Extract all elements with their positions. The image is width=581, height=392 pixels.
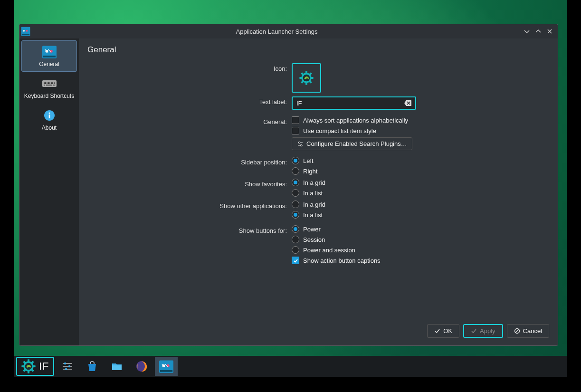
minimize-button[interactable] <box>523 27 531 36</box>
svg-rect-15 <box>52 82 53 83</box>
svg-rect-57 <box>112 365 122 370</box>
svg-rect-5 <box>43 56 55 57</box>
label-text-label: Text label: <box>87 96 292 105</box>
label-sidebar-position: Sidebar position: <box>87 157 292 166</box>
svg-rect-10 <box>45 82 46 83</box>
label-general: General: <box>87 116 292 125</box>
sliders-icon <box>61 360 74 373</box>
task-system-settings[interactable] <box>56 357 79 376</box>
svg-rect-17 <box>44 83 45 84</box>
svg-rect-23 <box>52 83 53 84</box>
window-title: Application Launcher Settings <box>31 28 523 35</box>
svg-rect-26 <box>46 85 52 86</box>
check-icon <box>471 328 477 334</box>
firefox-icon <box>135 360 148 373</box>
radio-buttons-session[interactable]: Session <box>292 236 549 243</box>
button-label: Configure Enabled Search Plugins… <box>306 140 407 147</box>
check-label: Show action button captions <box>303 257 381 264</box>
svg-point-2 <box>23 30 25 32</box>
check-always-sort[interactable]: Always sort applications alphabetically <box>292 116 549 124</box>
check-label: Always sort applications alphabetically <box>303 117 408 124</box>
radio-label: Power <box>303 226 321 233</box>
svg-point-3 <box>26 30 28 32</box>
cancel-icon <box>514 328 520 334</box>
radio-buttons-power[interactable]: Power <box>292 225 549 233</box>
svg-rect-9 <box>44 82 45 83</box>
svg-rect-60 <box>160 370 172 372</box>
svg-rect-13 <box>49 82 50 83</box>
apply-button[interactable]: Apply <box>463 324 503 338</box>
radio-other-list[interactable]: In a list <box>292 211 549 219</box>
task-discover[interactable] <box>81 357 104 376</box>
kicker-icon <box>42 45 57 59</box>
cancel-button[interactable]: Cancel <box>507 324 549 338</box>
sidebar-item-label: General <box>39 61 59 67</box>
radio-buttons-power-session[interactable]: Power and session <box>292 246 549 254</box>
radio-favs-grid[interactable]: In a grid <box>292 179 549 186</box>
sidebar-item-keyboard-shortcuts[interactable]: Keyboard Shortcuts <box>21 73 77 103</box>
svg-rect-11 <box>47 82 48 83</box>
svg-rect-21 <box>49 83 50 84</box>
info-icon <box>42 108 57 123</box>
check-show-captions[interactable]: Show action button captions <box>292 257 549 264</box>
sidebar-item-about[interactable]: About <box>21 105 77 135</box>
icon-picker-button[interactable] <box>292 63 321 93</box>
button-label: Cancel <box>523 327 542 335</box>
page-title: General <box>87 45 549 55</box>
svg-rect-27 <box>53 85 55 86</box>
svg-rect-24 <box>54 83 55 84</box>
radio-label: Left <box>303 157 314 164</box>
radio-label: In a grid <box>303 179 325 186</box>
maximize-button[interactable] <box>534 27 543 36</box>
svg-point-41 <box>298 142 300 143</box>
taskbar: IF <box>14 356 567 377</box>
label-show-buttons: Show buttons for: <box>87 225 292 234</box>
launcher-label: IF <box>39 360 49 373</box>
sidebar-item-label: Keyboard Shortcuts <box>24 93 74 99</box>
task-files[interactable] <box>105 357 128 376</box>
button-label: Apply <box>480 327 495 335</box>
text-label-input[interactable] <box>295 99 404 107</box>
svg-rect-20 <box>48 83 49 84</box>
radio-favs-list[interactable]: In a list <box>292 189 549 197</box>
window-icon <box>20 26 31 37</box>
task-launcher-settings[interactable] <box>155 357 178 376</box>
svg-rect-22 <box>51 83 52 84</box>
svg-rect-30 <box>48 115 50 118</box>
button-label: OK <box>443 327 452 335</box>
folder-icon <box>111 360 123 373</box>
label-show-other: Show other applications: <box>87 201 292 210</box>
radio-label: In a grid <box>303 201 325 208</box>
close-button[interactable] <box>545 27 554 36</box>
radio-label: Session <box>303 236 325 243</box>
svg-rect-18 <box>45 83 46 84</box>
svg-rect-16 <box>54 82 55 83</box>
clear-text-button[interactable] <box>404 99 412 107</box>
dialog-footer: OK Apply Cancel <box>87 319 549 339</box>
svg-rect-14 <box>51 82 52 83</box>
configure-search-plugins-button[interactable]: Configure Enabled Search Plugins… <box>292 137 412 150</box>
svg-point-55 <box>68 365 70 367</box>
opensuse-gear-icon <box>21 359 36 374</box>
settings-sidebar: General Keyboard Shortcuts <box>19 38 79 345</box>
svg-point-54 <box>64 363 66 364</box>
radio-other-grid[interactable]: In a grid <box>292 201 549 208</box>
radio-label: Right <box>303 168 317 175</box>
titlebar[interactable]: Application Launcher Settings <box>19 24 558 38</box>
shopping-bag-icon <box>86 360 98 373</box>
sliders-icon <box>297 141 304 147</box>
check-compact-style[interactable]: Use compact list item style <box>292 127 549 134</box>
svg-rect-19 <box>47 83 48 84</box>
task-launcher[interactable]: IF <box>16 357 54 376</box>
radio-sidebar-left[interactable]: Left <box>292 157 549 164</box>
radio-label: Power and session <box>303 247 355 254</box>
main-panel: General Icon: <box>79 38 558 345</box>
sidebar-item-general[interactable]: General <box>21 40 77 72</box>
check-label: Use compact list item style <box>303 127 376 134</box>
radio-sidebar-right[interactable]: Right <box>292 167 549 175</box>
kicker-icon <box>159 360 173 373</box>
settings-window: Application Launcher Settings <box>19 24 558 346</box>
opensuse-gear-icon <box>299 70 314 86</box>
task-firefox[interactable] <box>130 357 153 376</box>
ok-button[interactable]: OK <box>427 324 459 338</box>
